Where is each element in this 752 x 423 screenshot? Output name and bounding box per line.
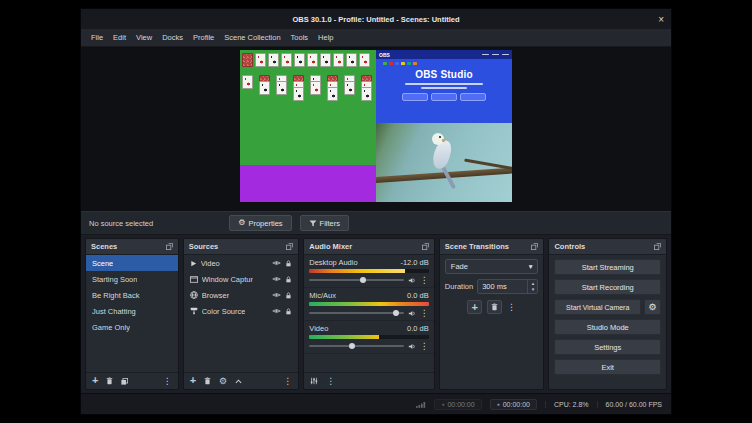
- playing-card: [361, 87, 372, 101]
- scene-item[interactable]: Be Right Back: [86, 287, 178, 303]
- dock-popout-icon[interactable]: [286, 243, 293, 250]
- add-source-icon[interactable]: +: [190, 375, 196, 386]
- mixer-menu-icon[interactable]: ⋮: [326, 377, 335, 386]
- lock-icon[interactable]: [285, 260, 292, 267]
- eye-icon[interactable]: [272, 276, 281, 282]
- window-title: OBS 30.1.0 - Profile: Untitled - Scenes:…: [81, 15, 671, 24]
- preview-canvas[interactable]: OBS OBS Studio: [240, 50, 512, 202]
- speaker-icon[interactable]: [408, 277, 416, 284]
- playing-card: [310, 81, 321, 95]
- download-button: [460, 93, 486, 101]
- playing-card: [327, 87, 338, 101]
- menu-help[interactable]: Help: [313, 31, 338, 44]
- volume-slider[interactable]: [309, 345, 404, 347]
- remove-scene-icon[interactable]: [106, 377, 113, 385]
- source-item[interactable]: Video: [184, 255, 299, 271]
- status-bar: ● 00:00:00 ● 00:00:00 CPU: 2.8% 60.00 / …: [81, 393, 671, 414]
- browser-source-obs-site: OBS OBS Studio: [376, 50, 512, 123]
- start-streaming-button[interactable]: Start Streaming: [554, 259, 661, 275]
- scene-item[interactable]: Scene: [86, 255, 178, 271]
- cpu-usage: CPU: 2.8%: [545, 401, 589, 408]
- site-subtitle-line: [421, 87, 467, 89]
- scene-item[interactable]: Game Only: [86, 319, 178, 335]
- lock-icon[interactable]: [285, 308, 292, 315]
- add-transition-button[interactable]: +: [467, 300, 482, 314]
- playing-card: [346, 53, 357, 67]
- volume-slider-handle[interactable]: [393, 310, 399, 316]
- studio-mode-button[interactable]: Studio Mode: [554, 319, 661, 335]
- channel-menu-icon[interactable]: ⋮: [420, 309, 429, 318]
- dock-popout-icon[interactable]: [166, 243, 173, 250]
- transition-buttons: + ⋮: [445, 300, 539, 314]
- remove-source-icon[interactable]: [204, 377, 211, 385]
- volume-slider[interactable]: [309, 279, 404, 281]
- duration-spinbox[interactable]: 300 ms ▴ ▾: [477, 279, 538, 294]
- mixer-settings-sliders-icon[interactable]: [310, 377, 318, 385]
- eye-icon[interactable]: [272, 260, 281, 266]
- menu-bar: File Edit View Docks Profile Scene Colle…: [81, 29, 671, 47]
- transition-select[interactable]: Fade ▾: [445, 259, 539, 274]
- source-toolbar: No source selected ⚙ Properties Filters: [81, 211, 671, 235]
- scenes-toolbar: + ⋮: [86, 372, 178, 389]
- mixer-channel-mic-aux: Mic/Aux 0.0 dB ⋮: [304, 288, 434, 321]
- flag-icon: [395, 62, 399, 65]
- flag-icon: [413, 62, 417, 65]
- menu-view[interactable]: View: [131, 31, 157, 44]
- sources-menu-icon[interactable]: ⋮: [283, 377, 292, 386]
- properties-button[interactable]: ⚙ Properties: [229, 215, 291, 231]
- channel-menu-icon[interactable]: ⋮: [420, 342, 429, 351]
- eye-icon[interactable]: [272, 308, 281, 314]
- eye-icon[interactable]: [272, 292, 281, 298]
- channel-menu-icon[interactable]: ⋮: [420, 276, 429, 285]
- close-icon[interactable]: ×: [658, 9, 664, 29]
- playing-card: [293, 87, 304, 101]
- move-source-up-icon[interactable]: [235, 379, 242, 384]
- dock-popout-icon[interactable]: [654, 243, 661, 250]
- menu-scene-collection[interactable]: Scene Collection: [219, 31, 285, 44]
- site-nav-item: [492, 54, 499, 56]
- volume-slider[interactable]: [309, 312, 404, 314]
- dock-popout-icon[interactable]: [422, 243, 429, 250]
- filters-button[interactable]: Filters: [300, 215, 349, 231]
- source-item[interactable]: Color Source: [184, 303, 299, 319]
- transition-menu-icon[interactable]: ⋮: [507, 303, 516, 312]
- playing-card: [242, 75, 253, 89]
- menu-profile[interactable]: Profile: [188, 31, 219, 44]
- speaker-icon[interactable]: [408, 310, 416, 317]
- menu-edit[interactable]: Edit: [108, 31, 131, 44]
- add-scene-icon[interactable]: +: [92, 375, 98, 386]
- menu-tools[interactable]: Tools: [286, 31, 314, 44]
- playing-card: [294, 53, 305, 67]
- remove-transition-button[interactable]: [487, 300, 502, 314]
- mixer-channels: Desktop Audio -12.0 dB ⋮: [304, 255, 434, 389]
- lock-icon[interactable]: [285, 276, 292, 283]
- lock-icon[interactable]: [285, 292, 292, 299]
- flag-icon: [389, 62, 393, 65]
- exit-button[interactable]: Exit: [554, 359, 661, 375]
- record-dot-icon: ●: [441, 401, 444, 407]
- source-item[interactable]: Window Captur: [184, 271, 299, 287]
- scenes-menu-icon[interactable]: ⋮: [163, 377, 172, 386]
- volume-slider-handle[interactable]: [349, 343, 355, 349]
- source-properties-gear-icon[interactable]: ⚙: [219, 377, 227, 386]
- duplicate-scene-icon[interactable]: [121, 378, 128, 385]
- menu-file[interactable]: File: [86, 31, 108, 44]
- channel-level: -12.0 dB: [400, 258, 428, 267]
- virtual-camera-gear-icon[interactable]: ⚙: [644, 299, 661, 315]
- start-virtual-camera-button[interactable]: Start Virtual Camera: [554, 299, 641, 315]
- settings-button[interactable]: Settings: [554, 339, 661, 355]
- menu-docks[interactable]: Docks: [157, 31, 188, 44]
- speaker-icon[interactable]: [408, 343, 416, 350]
- spin-down-icon[interactable]: ▾: [528, 287, 537, 294]
- start-recording-button[interactable]: Start Recording: [554, 279, 661, 295]
- duration-value[interactable]: 300 ms: [478, 280, 527, 293]
- scene-item[interactable]: Starting Soon: [86, 271, 178, 287]
- dock-popout-icon[interactable]: [531, 243, 538, 250]
- playing-card: [276, 81, 287, 95]
- site-subtitle-line: [405, 83, 484, 85]
- source-item[interactable]: Browser: [184, 287, 299, 303]
- channel-name: Video: [309, 324, 328, 333]
- window-capture-icon: [190, 276, 198, 283]
- scene-item[interactable]: Just Chatting: [86, 303, 178, 319]
- volume-slider-handle[interactable]: [360, 277, 366, 283]
